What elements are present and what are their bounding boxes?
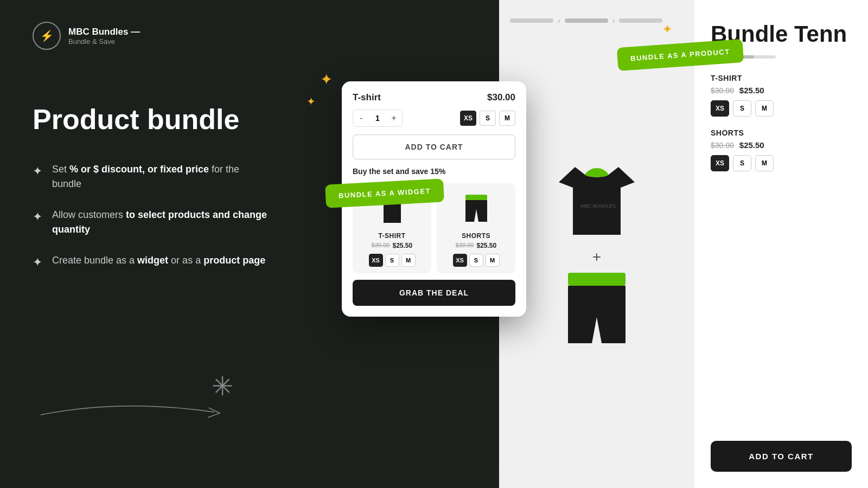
breadcrumb-row: › › [510,16,662,25]
product-img-area: › › ✦ MBC BUNDLES + [499,0,694,488]
widget-product-price: $30.00 [487,92,515,103]
shorts-new-price: $25.50 [739,140,764,150]
shorts-size-xs[interactable]: XS [453,254,467,267]
bundle-shorts-prices: $30.00 $25.50 [442,242,510,249]
svg-text:MBC BUNDLES: MBC BUNDLES [580,203,616,209]
tshirt-sizes: XS S M [358,254,426,267]
feature-item-2: ✦ Allow customers to select products and… [33,208,271,237]
shorts-sizes: XS S M [442,254,510,267]
sparkle-icon-3: ✦ [33,254,42,271]
qty-value: 1 [369,110,386,126]
bundle-save-text: Buy the set and save 15% [353,167,515,176]
feature-text-1: Set % or $ discount, or fixed price for … [52,162,271,191]
widget-product-row: T-shirt $30.00 [353,92,515,103]
add-to-cart-product-page[interactable]: ADD TO CART [711,441,852,472]
product-shorts-svg [556,268,637,349]
shorts-image [460,190,493,228]
prod-tshirt-xs[interactable]: XS [711,100,729,117]
arrow-decoration [41,396,247,423]
product-section-shorts: SHORTS $30.00 $25.50 XS S M [711,129,852,171]
bundle-item-shorts: SHORTS $30.00 $25.50 XS S M [437,183,515,273]
sparkle-icon-2: ✦ [33,209,42,226]
product-tshirt-svg: MBC BUNDLES [553,156,640,246]
sparkle-icon-1: ✦ [33,163,42,180]
tshirt-size-m[interactable]: M [401,254,416,267]
logo-area: ⚡ MBC Bundles — Bundle & Save [33,22,271,50]
bundle-tshirt-prices: $30.00 $25.50 [358,242,426,249]
add-to-cart-widget[interactable]: ADD TO CART [353,134,515,159]
feature-text-2: Allow customers to select products and c… [52,208,271,237]
widget-size-options: XS S M [460,111,515,126]
prod-shorts-xs[interactable]: XS [711,155,729,171]
product-section-shorts-prices: $30.00 $25.50 [711,140,852,150]
shorts-price-new: $25.50 [476,242,496,249]
size-xs[interactable]: XS [460,111,476,126]
logo-icon: ⚡ [40,29,54,42]
svg-rect-1 [465,195,487,200]
tshirt-price-new: $25.50 [392,242,412,249]
shorts-size-m[interactable]: M [486,254,500,267]
breadcrumb-chevron-2: › [612,16,615,25]
prod-tshirt-s[interactable]: S [733,100,751,117]
qty-minus[interactable]: - [353,110,369,126]
breadcrumb-bar-3 [619,18,662,23]
breadcrumb-bar-1 [510,18,553,23]
bundle-shorts-name: SHORTS [442,232,510,240]
right-content: BUNDLE AS A PRODUCT BUNDLE AS A WIDGET T… [304,0,868,488]
brand-tagline: Bundle & Save [68,37,140,46]
size-s[interactable]: S [480,111,496,126]
feature-text-3: Create bundle as a widget or as a produc… [52,253,265,268]
product-section-tshirt-prices: $30.00 $25.50 [711,86,852,95]
product-tshirt-sizes: XS S M [711,100,852,117]
breadcrumb-chevron-1: › [558,16,560,25]
tshirt-new-price: $25.50 [739,86,764,95]
feature-item-3: ✦ Create bundle as a widget or as a prod… [33,253,271,271]
tshirt-price-old: $30.00 [372,242,390,249]
widget-qty-row: - 1 + XS S M [353,110,515,127]
breadcrumb-bar-2 [565,18,608,23]
logo-text: MBC Bundles — Bundle & Save [68,27,140,46]
product-section-tshirt-title: T-SHIRT [711,74,852,82]
qty-plus[interactable]: + [386,110,402,126]
plus-sign: + [592,248,601,266]
product-main-imgs: MBC BUNDLES + [553,156,640,349]
brand-name: MBC Bundles — [68,27,140,37]
product-page-inner: › › ✦ MBC BUNDLES + [499,0,868,488]
hero-title: Product bundle [33,104,271,135]
shorts-old-price: $30.00 [711,141,734,150]
grab-deal-button[interactable]: GRAB THE DEAL [353,280,515,306]
prod-shorts-m[interactable]: M [755,155,774,171]
size-m[interactable]: M [499,111,515,126]
product-info-area: Bundle Tenn T-SHIRT $30.00 $25.50 XS S M [694,0,868,488]
prod-tshirt-m[interactable]: M [755,100,774,117]
tshirt-old-price: $30.00 [711,86,734,95]
svg-rect-3 [568,273,626,286]
tshirt-size-xs[interactable]: XS [369,254,383,267]
logo-circle: ⚡ [33,22,61,50]
shorts-price-old: $30.00 [456,242,474,249]
qty-control[interactable]: - 1 + [353,110,403,127]
product-shorts-sizes: XS S M [711,155,852,171]
shorts-size-s[interactable]: S [469,254,483,267]
product-section-shorts-title: SHORTS [711,129,852,137]
product-section-tshirt: T-SHIRT $30.00 $25.50 XS S M [711,74,852,117]
tshirt-size-s[interactable]: S [385,254,399,267]
prod-shorts-s[interactable]: S [733,155,751,171]
feature-item-1: ✦ Set % or $ discount, or fixed price fo… [33,162,271,191]
widget-product-name: T-shirt [353,92,381,103]
sparkle-product-page: ✦ [662,22,673,37]
feature-list: ✦ Set % or $ discount, or fixed price fo… [33,162,271,271]
bundle-tshirt-name: T-SHIRT [358,232,426,240]
product-page-panel: › › ✦ MBC BUNDLES + [499,0,868,488]
